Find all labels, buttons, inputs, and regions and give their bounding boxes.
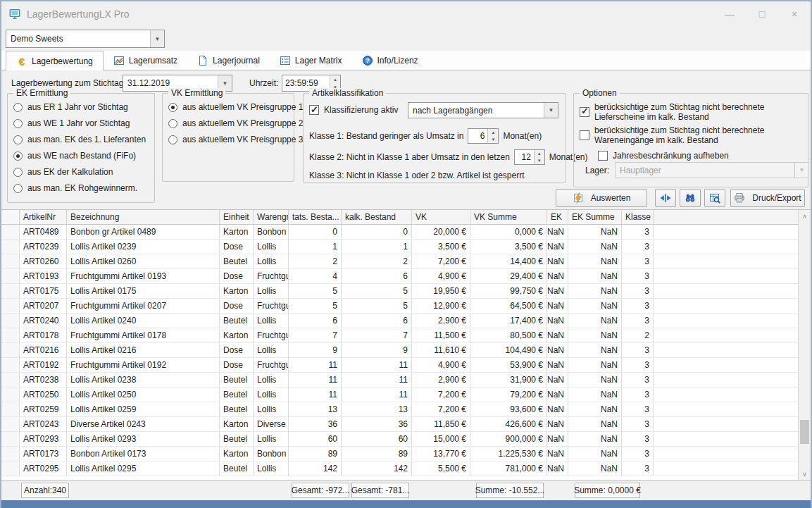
cell-tats-besta[interactable]: 60 bbox=[289, 432, 342, 446]
cell-tats-besta[interactable]: 11 bbox=[289, 358, 342, 372]
table-row[interactable]: ART0293Lollis Artikel 0293BeutelLollis60… bbox=[1, 432, 798, 447]
cell-tats-besta[interactable]: 0 bbox=[289, 225, 342, 239]
cell-kalk-bestand[interactable]: 11 bbox=[342, 388, 412, 402]
lager-select[interactable]: Hauptlager ▼ bbox=[615, 162, 809, 178]
cell-tats-besta[interactable]: 11 bbox=[289, 388, 342, 402]
cell-vk[interactable]: 4,900 € bbox=[412, 358, 470, 372]
cell-bezeichnung[interactable]: Lollis Artikel 0240 bbox=[67, 314, 220, 328]
cell-kalk-bestand[interactable]: 89 bbox=[342, 447, 412, 461]
table-row[interactable]: ART0238Lollis Artikel 0238BeutelLollis11… bbox=[1, 373, 798, 388]
cell-vk[interactable]: 12,900 € bbox=[412, 299, 470, 313]
radio-aus-aktuellem-vk-preisgruppe-2[interactable]: aus aktuellem VK Preisgruppe 2 bbox=[168, 118, 288, 128]
cell-bezeichnung[interactable]: Diverse Artikel 0243 bbox=[67, 417, 220, 431]
cell-artikelnr[interactable]: ART0260 bbox=[20, 254, 67, 268]
spinner-down-icon[interactable]: ▼ bbox=[488, 136, 498, 143]
spinner-up-icon[interactable]: ▲ bbox=[330, 75, 340, 83]
table-row[interactable]: ART0207Fruchtgummi Artikel 0207DoseFruch… bbox=[1, 299, 798, 314]
cell-ek[interactable]: NaN bbox=[547, 225, 568, 239]
cell-kalk-bestand[interactable]: 2 bbox=[342, 254, 412, 268]
cell-klasse[interactable]: 3 bbox=[622, 417, 654, 431]
cell-ek-summe[interactable]: NaN bbox=[568, 314, 622, 328]
cell-artikelnr[interactable]: ART0178 bbox=[20, 328, 67, 342]
cell-warengruppe[interactable]: Lollis bbox=[254, 284, 289, 298]
cell-vk-summe[interactable]: 0,000 € bbox=[470, 225, 547, 239]
cell-vk[interactable]: 19,950 € bbox=[412, 284, 470, 298]
cell-einheit[interactable]: Dose bbox=[220, 269, 254, 283]
cell-klasse[interactable]: 3 bbox=[622, 358, 654, 372]
spinner-up-icon[interactable]: ▲ bbox=[535, 150, 544, 157]
cell-vk[interactable]: 3,500 € bbox=[412, 240, 470, 254]
cell-vk-summe[interactable]: 104,490 € bbox=[470, 343, 547, 357]
cell-tats-besta[interactable]: 2 bbox=[289, 254, 342, 268]
cell-kalk-bestand[interactable]: 0 bbox=[342, 225, 412, 239]
cell-vk-summe[interactable]: 17,400 € bbox=[470, 314, 547, 328]
cell-warengruppe[interactable]: Diverse bbox=[254, 417, 289, 431]
cell-einheit[interactable]: Beutel bbox=[220, 373, 254, 387]
cell-kalk-bestand[interactable]: 6 bbox=[342, 269, 412, 283]
cell-klasse[interactable]: 3 bbox=[622, 432, 654, 446]
table-row[interactable]: ART0192Fruchtgummi Artikel 0192DoseFruch… bbox=[1, 358, 798, 373]
cell-vk[interactable]: 20,000 € bbox=[412, 225, 470, 239]
cell-einheit[interactable]: Dose bbox=[220, 343, 254, 357]
cell-klasse[interactable]: 3 bbox=[622, 254, 654, 268]
scroll-down-icon[interactable]: ∨ bbox=[799, 468, 811, 480]
cell-ek[interactable]: NaN bbox=[547, 314, 568, 328]
cell-vk[interactable]: 2,900 € bbox=[412, 373, 470, 387]
cell-klasse[interactable]: 3 bbox=[622, 299, 654, 313]
cell-ek-summe[interactable]: NaN bbox=[568, 343, 622, 357]
table-row[interactable]: ART0295Lollis Artikel 0295BeutelLollis14… bbox=[1, 461, 798, 476]
cell-warengruppe[interactable]: Bonbon gr bbox=[254, 225, 289, 239]
cell-warengruppe[interactable]: Fruchtgummi bbox=[254, 269, 289, 283]
spinner-arrows[interactable]: ▲▼ bbox=[487, 129, 498, 143]
cell-tats-besta[interactable]: 142 bbox=[289, 461, 342, 476]
cell-ek[interactable]: NaN bbox=[547, 269, 568, 283]
cell-bezeichnung[interactable]: Lollis Artikel 0239 bbox=[67, 240, 220, 254]
radio-aus-ek-der-kalkulation[interactable]: aus EK der Kalkulation bbox=[13, 167, 149, 177]
tab-lagerumsatz[interactable]: Lagerumsatz bbox=[104, 51, 187, 70]
cell-artikelnr[interactable]: ART0293 bbox=[20, 432, 67, 446]
cell-einheit[interactable]: Beutel bbox=[220, 402, 254, 416]
column-header-klasse[interactable]: Klasse bbox=[622, 210, 654, 224]
cell-einheit[interactable]: Karton bbox=[220, 225, 254, 239]
column-header-kalk-bestand[interactable]: kalk. Bestand bbox=[342, 210, 412, 224]
table-row[interactable]: ART0216Lollis Artikel 0216DoseLollis9911… bbox=[1, 343, 798, 358]
cell-einheit[interactable]: Dose bbox=[220, 240, 254, 254]
cell-vk[interactable]: 13,770 € bbox=[412, 447, 470, 461]
cell-klasse[interactable]: 3 bbox=[622, 388, 654, 402]
cell-kalk-bestand[interactable]: 6 bbox=[342, 314, 412, 328]
checkbox-ber-cksichtige-zum-stichtag-nicht-berech[interactable]: berücksichtige zum Stichtag nicht berech… bbox=[580, 125, 802, 145]
column-header-ek-summe[interactable]: EK Summe bbox=[568, 210, 622, 224]
cell-vk[interactable]: 2,900 € bbox=[412, 314, 470, 328]
column-header-tats-besta[interactable]: tats. Besta...▲ bbox=[289, 210, 342, 224]
cell-ek[interactable]: NaN bbox=[547, 299, 568, 313]
cell-klasse[interactable]: 3 bbox=[622, 225, 654, 239]
cell-bezeichnung[interactable]: Lollis Artikel 0259 bbox=[67, 402, 220, 416]
klassifizierung-aktiv-checkbox[interactable]: Klassifizierung aktiv bbox=[309, 105, 398, 115]
radio-aus-man-ek-des-1-lieferanten[interactable]: aus man. EK des 1. Lieferanten bbox=[13, 135, 149, 144]
cell-bezeichnung[interactable]: Lollis Artikel 0260 bbox=[67, 254, 220, 268]
cell-bezeichnung[interactable]: Bonbon gr Artikel 0489 bbox=[67, 225, 220, 239]
table-row[interactable]: ART0173Bonbon Artikel 0173KartonBonbon89… bbox=[1, 447, 798, 461]
cell-warengruppe[interactable]: Bonbon bbox=[254, 447, 289, 461]
radio-aus-aktuellem-vk-preisgruppe-3[interactable]: aus aktuellem VK Preisgruppe 3 bbox=[168, 135, 288, 144]
cell-einheit[interactable]: Karton bbox=[220, 447, 254, 461]
cell-ek[interactable]: NaN bbox=[547, 328, 568, 342]
cell-ek[interactable]: NaN bbox=[547, 417, 568, 431]
tab-lager-matrix[interactable]: Lager Matrix bbox=[270, 51, 352, 70]
cell-warengruppe[interactable]: Fruchtgummi bbox=[254, 358, 289, 372]
cell-bezeichnung[interactable]: Lollis Artikel 0238 bbox=[67, 373, 220, 387]
cell-einheit[interactable]: Beutel bbox=[220, 388, 254, 402]
cell-einheit[interactable]: Beutel bbox=[220, 432, 254, 446]
table-row[interactable]: ART0240Lollis Artikel 0240BeutelLollis66… bbox=[1, 314, 798, 328]
cell-warengruppe[interactable]: Lollis bbox=[254, 432, 289, 446]
cell-vk[interactable]: 11,610 € bbox=[412, 343, 470, 357]
cell-vk[interactable]: 7,200 € bbox=[412, 388, 470, 402]
cell-tats-besta[interactable]: 4 bbox=[289, 269, 342, 283]
grid-settings-button[interactable] bbox=[704, 189, 725, 207]
spinner-down-icon[interactable]: ▼ bbox=[535, 157, 544, 164]
cell-warengruppe[interactable]: Fruchtgummi bbox=[254, 328, 289, 342]
cell-vk-summe[interactable]: 426,600 € bbox=[470, 417, 547, 431]
tab-lagerbewertung[interactable]: €Lagerbewertung bbox=[6, 51, 104, 70]
fit-columns-button[interactable] bbox=[655, 189, 676, 207]
cell-warengruppe[interactable]: Lollis bbox=[254, 240, 289, 254]
